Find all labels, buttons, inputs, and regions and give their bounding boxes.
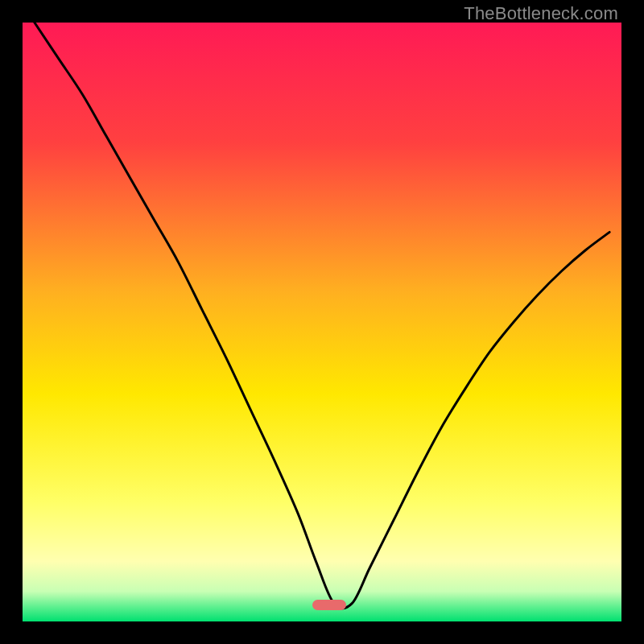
watermark-text: TheBottleneck.com (464, 3, 618, 24)
bottleneck-curve (23, 23, 621, 621)
chart-stage: TheBottleneck.com (0, 0, 644, 644)
plot-area (23, 23, 621, 621)
optimal-marker (312, 600, 346, 610)
